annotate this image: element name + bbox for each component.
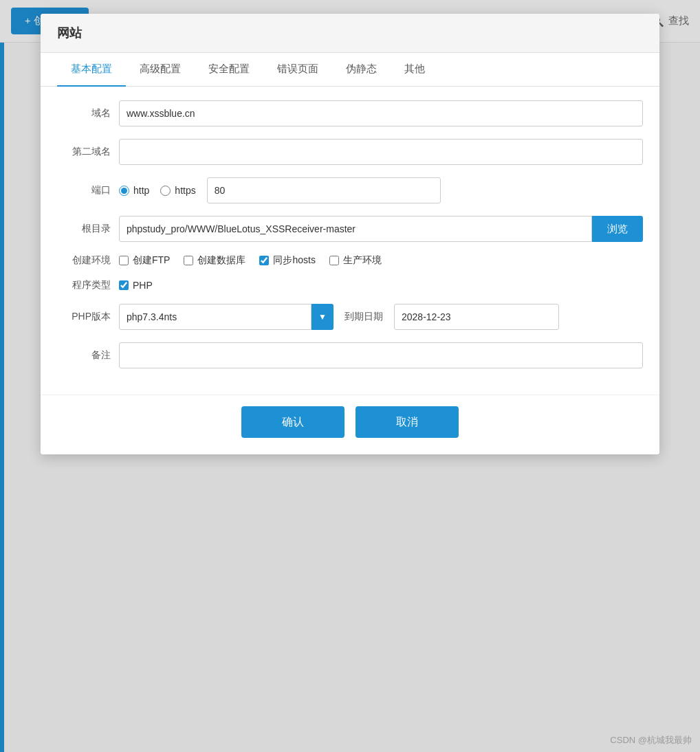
checkbox-php-label: PHP: [133, 280, 153, 291]
checkbox-sync-hosts-input[interactable]: [259, 256, 269, 265]
second-domain-label: 第二域名: [57, 146, 119, 158]
rootdir-controls: 浏览: [119, 216, 643, 242]
checkbox-php[interactable]: PHP: [119, 280, 153, 291]
php-select-wrap: php7.3.4nts ▼: [119, 304, 333, 330]
php-version-controls: php7.3.4nts ▼ 到期日期: [119, 304, 559, 330]
checkbox-php-input[interactable]: [119, 280, 129, 290]
modal-overlay: 网站 基本配置 高级配置 安全配置 错误页面 伪静态 其他: [0, 0, 700, 752]
prog-type-checkboxes: PHP: [119, 280, 153, 291]
radio-http[interactable]: http: [119, 185, 149, 196]
remark-input[interactable]: [119, 342, 643, 368]
tab-advanced-config[interactable]: 高级配置: [126, 53, 195, 87]
remark-label: 备注: [57, 349, 119, 362]
modal-dialog: 网站 基本配置 高级配置 安全配置 错误页面 伪静态 其他: [41, 14, 659, 454]
tab-error-page[interactable]: 错误页面: [263, 53, 332, 87]
watermark: CSDN @杭城我最帅: [610, 734, 692, 747]
radio-https-input[interactable]: [160, 186, 171, 196]
tabs-bar: 基本配置 高级配置 安全配置 错误页面 伪静态 其他: [41, 53, 659, 87]
port-controls: http https: [119, 177, 441, 203]
domain-row: 域名: [57, 100, 643, 126]
checkbox-db[interactable]: 创建数据库: [184, 254, 245, 267]
modal-title: 网站: [57, 26, 82, 40]
radio-http-input[interactable]: [119, 186, 129, 196]
domain-input[interactable]: [119, 100, 643, 126]
tab-basic-config[interactable]: 基本配置: [57, 53, 126, 87]
port-row: 端口 http https: [57, 177, 643, 203]
checkbox-sync-hosts-label: 同步hosts: [273, 254, 315, 267]
checkbox-db-input[interactable]: [184, 256, 193, 265]
port-label: 端口: [57, 184, 119, 197]
env-label: 创建环境: [57, 254, 119, 267]
modal-body: 域名 第二域名 端口 http: [41, 87, 659, 395]
confirm-button[interactable]: 确认: [241, 406, 344, 438]
php-version-row: PHP版本 php7.3.4nts ▼ 到期日期: [57, 304, 643, 330]
cancel-button[interactable]: 取消: [356, 406, 459, 438]
expiry-input[interactable]: [394, 304, 559, 330]
tab-security-config[interactable]: 安全配置: [195, 53, 263, 87]
php-version-label: PHP版本: [57, 311, 119, 323]
expiry-label: 到期日期: [344, 311, 383, 323]
radio-https[interactable]: https: [160, 185, 195, 196]
checkbox-sync-hosts[interactable]: 同步hosts: [259, 254, 315, 267]
rootdir-row: 根目录 浏览: [57, 216, 643, 242]
modal-footer: 确认 取消: [41, 395, 659, 454]
env-checkboxes: 创建FTP 创建数据库 同步hosts 生产环境: [119, 254, 382, 267]
php-version-select[interactable]: php7.3.4nts: [119, 304, 311, 330]
checkbox-ftp-label: 创建FTP: [133, 254, 170, 267]
checkbox-prod-env-input[interactable]: [329, 256, 339, 265]
tab-other[interactable]: 其他: [391, 53, 439, 87]
port-number-input[interactable]: [207, 177, 441, 203]
remark-row: 备注: [57, 342, 643, 368]
modal-header: 网站: [41, 14, 659, 53]
rootdir-input[interactable]: [119, 216, 592, 242]
checkbox-ftp-input[interactable]: [119, 256, 129, 265]
radio-http-label: http: [133, 185, 149, 196]
tab-pseudo-static[interactable]: 伪静态: [332, 53, 391, 87]
browse-button[interactable]: 浏览: [592, 216, 643, 242]
prog-type-label: 程序类型: [57, 279, 119, 291]
select-arrow-icon: ▼: [311, 304, 333, 330]
checkbox-db-label: 创建数据库: [197, 254, 245, 267]
domain-label: 域名: [57, 107, 119, 120]
second-domain-input[interactable]: [119, 139, 643, 165]
checkbox-prod-env[interactable]: 生产环境: [329, 254, 382, 267]
radio-https-label: https: [175, 185, 195, 196]
rootdir-label: 根目录: [57, 223, 119, 235]
protocol-radio-group: http https: [119, 185, 196, 196]
env-row: 创建环境 创建FTP 创建数据库 同步hosts: [57, 254, 643, 267]
checkbox-prod-env-label: 生产环境: [343, 254, 382, 267]
second-domain-row: 第二域名: [57, 139, 643, 165]
prog-type-row: 程序类型 PHP: [57, 279, 643, 291]
checkbox-ftp[interactable]: 创建FTP: [119, 254, 170, 267]
